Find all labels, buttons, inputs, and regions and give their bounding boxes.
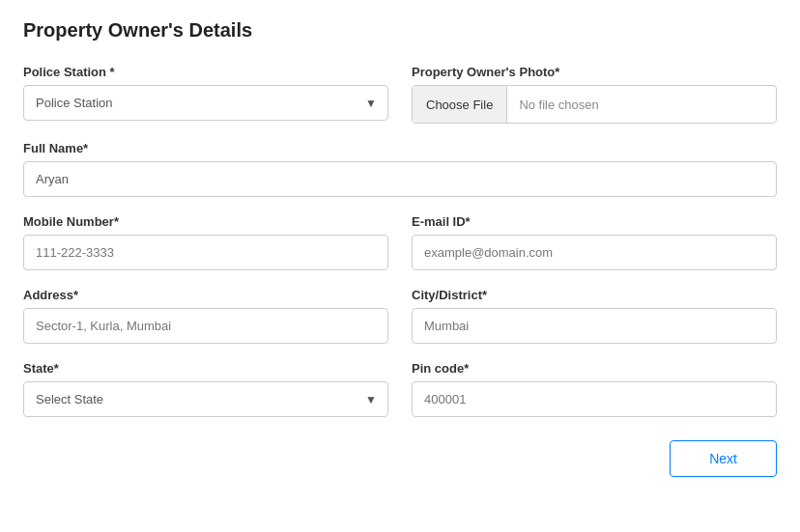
full-name-input[interactable]	[23, 161, 777, 197]
next-button[interactable]: Next	[670, 440, 777, 477]
state-label: State*	[23, 361, 388, 376]
state-group: State* Select State ▼	[23, 361, 388, 417]
email-label: E-mail ID*	[412, 214, 777, 229]
police-station-select[interactable]: Police Station	[23, 85, 388, 121]
state-select-wrapper: Select State ▼	[23, 381, 388, 417]
state-select[interactable]: Select State	[23, 381, 388, 417]
address-label: Address*	[23, 288, 388, 302]
mobile-group: Mobile Number*	[23, 214, 388, 270]
full-name-label: Full Name*	[23, 141, 777, 155]
page-title: Property Owner's Details	[23, 19, 777, 42]
choose-file-button[interactable]: Choose File	[413, 86, 507, 123]
row-state-pin: State* Select State ▼ Pin code*	[23, 361, 777, 417]
pincode-input[interactable]	[412, 381, 777, 417]
city-input[interactable]	[412, 308, 777, 344]
mobile-label: Mobile Number*	[23, 214, 388, 229]
photo-label: Property Owner's Photo*	[412, 65, 777, 79]
property-owner-form: Property Owner's Details Police Station …	[23, 19, 777, 477]
police-station-label: Police Station *	[23, 65, 388, 79]
row-police-photo: Police Station * Police Station ▼ Proper…	[23, 65, 777, 124]
police-station-group: Police Station * Police Station ▼	[23, 65, 388, 124]
address-group: Address*	[23, 288, 388, 344]
pincode-group: Pin code*	[412, 361, 777, 417]
file-name-text: No file chosen	[507, 98, 610, 112]
photo-group: Property Owner's Photo* Choose File No f…	[412, 65, 777, 124]
file-input-wrapper: Choose File No file chosen	[412, 85, 777, 124]
email-group: E-mail ID*	[412, 214, 777, 270]
city-group: City/District*	[412, 288, 777, 344]
button-row: Next	[23, 440, 777, 477]
police-station-select-wrapper: Police Station ▼	[23, 85, 388, 121]
full-name-group: Full Name*	[23, 141, 777, 197]
pincode-label: Pin code*	[412, 361, 777, 376]
email-input[interactable]	[412, 235, 777, 270]
row-full-name: Full Name*	[23, 141, 777, 197]
row-address-city: Address* City/District*	[23, 288, 777, 344]
row-mobile-email: Mobile Number* E-mail ID*	[23, 214, 777, 270]
address-input[interactable]	[23, 308, 388, 344]
mobile-input[interactable]	[23, 235, 388, 270]
city-label: City/District*	[412, 288, 777, 302]
